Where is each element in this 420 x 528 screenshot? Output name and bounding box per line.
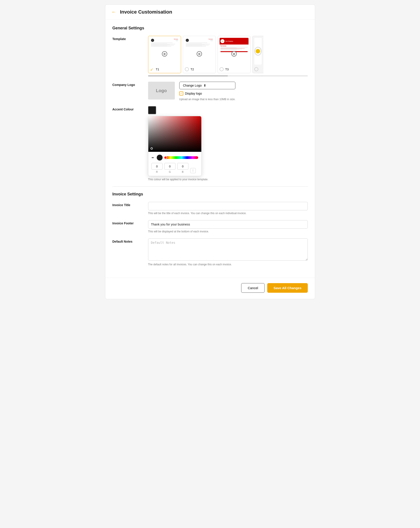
accent-colour-row: Accent Colour ✒ (112, 106, 308, 181)
default-notes-textarea[interactable] (148, 238, 308, 261)
color-cursor (150, 147, 153, 150)
eyedropper-icon[interactable]: ✒ (151, 156, 154, 160)
upload-hint: Upload an image that is less than 10MB i… (179, 98, 236, 101)
g-label: G (169, 170, 171, 173)
template-content: ✕ Tax Invoice (148, 36, 308, 76)
t3-label: T3 (225, 68, 229, 71)
main-content: General Settings Template ✕ (105, 20, 315, 277)
r-label: R (156, 170, 158, 173)
company-logo-row: Company Logo Logo Change Logo ⬆ ✓ Displa… (112, 82, 308, 101)
logo-preview-text: Logo (156, 88, 167, 93)
color-gradient-area[interactable] (148, 116, 201, 152)
rgb-inputs: R G B ⋮ (151, 163, 198, 173)
zoom-icon-t2[interactable]: ⊕ (197, 51, 202, 57)
invoice-title-content: This will be the title of each invoice. … (148, 202, 308, 215)
mode-dropdown[interactable]: ⋮ (190, 168, 196, 173)
invoice-title-input[interactable] (148, 202, 308, 210)
radio-t3 (220, 67, 223, 71)
default-notes-content: The default notes for all invoices. You … (148, 238, 308, 266)
mini-logo-t1: ✕ (151, 39, 154, 42)
template-scroll-thumb (148, 75, 228, 76)
template-card-t4[interactable] (252, 36, 263, 73)
general-settings-title: General Settings (112, 26, 308, 31)
template-cards-row: ✕ Tax Invoice (148, 36, 308, 73)
page-title: Invoice Customisation (120, 9, 172, 15)
template-label: Template (112, 36, 148, 41)
display-logo-checkbox[interactable]: ✓ (179, 92, 183, 96)
accent-color-swatch[interactable] (148, 106, 156, 114)
mini-logo-t2: ✕ (186, 39, 189, 42)
rgb-input-r[interactable] (151, 163, 162, 170)
accent-colour-content: ✒ R (148, 106, 308, 181)
cancel-button[interactable]: Cancel (241, 283, 265, 293)
rgb-input-g[interactable] (164, 163, 175, 170)
accent-colour-label: Accent Colour (112, 106, 148, 111)
hue-thumb (164, 156, 167, 159)
footer-actions: Cancel Save All Changes (105, 277, 315, 299)
accent-hint: This colour will be applied to your invo… (148, 178, 308, 181)
change-logo-label: Change Logo (183, 84, 202, 87)
template-radio-t4 (254, 66, 262, 71)
invoice-footer-row: Invoice Footer This will be displayed at… (112, 220, 308, 233)
template-radio-t1: ✓ T1 (150, 66, 179, 71)
template-preview-t2: ✕ Tax Invoice (185, 38, 214, 65)
display-logo-row: ✓ Display logo (179, 92, 236, 96)
hue-slider[interactable] (165, 156, 198, 159)
template-card-t3[interactable]: ✌ Your Company Tax Invoice (218, 36, 250, 73)
template-preview-t4 (254, 38, 262, 65)
template-card-t1[interactable]: ✕ Tax Invoice (148, 36, 181, 73)
save-button[interactable]: Save All Changes (267, 283, 308, 293)
section-divider (112, 186, 308, 187)
page-header: ← Invoice Customisation (105, 5, 315, 20)
display-logo-label: Display logo (185, 92, 202, 95)
t1-label: T1 (156, 68, 159, 71)
logo-row-content: Logo Change Logo ⬆ ✓ Display logo Upload… (148, 82, 308, 101)
template-preview-t3: ✌ Your Company Tax Invoice (220, 38, 248, 65)
upload-icon: ⬆ (204, 84, 206, 87)
invoice-footer-input[interactable] (148, 220, 308, 228)
invoice-settings-title: Invoice Settings (112, 192, 308, 197)
template-preview-t1: ✕ Tax Invoice (150, 38, 179, 65)
rgb-field-b: B (177, 163, 188, 173)
color-preview-circle (157, 155, 163, 161)
invoice-title-hint: This will be the title of each invoice. … (148, 212, 308, 215)
t2-label: T2 (191, 68, 194, 71)
invoice-footer-hint: This will be displayed at the bottom of … (148, 230, 308, 233)
logo-preview-box: Logo (148, 82, 175, 99)
invoice-footer-content: This will be displayed at the bottom of … (148, 220, 308, 233)
page-wrapper: ← Invoice Customisation General Settings… (105, 4, 315, 299)
back-button[interactable]: ← (111, 9, 116, 15)
default-notes-hint: The default notes for all invoices. You … (148, 263, 308, 266)
radio-t2 (185, 67, 189, 71)
b-label: B (182, 170, 184, 173)
template-scroll-track (148, 75, 308, 76)
radio-selected-t1: ✓ (150, 67, 154, 71)
rgb-field-r: R (151, 163, 162, 173)
template-row: Template ✕ Tax Invoi (112, 36, 308, 76)
company-logo-label: Company Logo (112, 82, 148, 87)
template-radio-t3: T3 (220, 66, 248, 71)
radio-t4 (254, 67, 258, 71)
color-picker-row1: ✒ (151, 155, 198, 161)
color-picker-popup: ✒ R (148, 116, 201, 176)
invoice-footer-label: Invoice Footer (112, 220, 148, 225)
template-card-t2[interactable]: ✕ Tax Invoice (183, 36, 216, 73)
logo-controls: Change Logo ⬆ ✓ Display logo Upload an i… (179, 82, 236, 101)
zoom-icon-t3[interactable]: ⊕ (231, 51, 237, 57)
template-radio-t2: T2 (185, 66, 214, 71)
zoom-icon-t1[interactable]: ⊕ (162, 51, 167, 57)
color-picker-controls: ✒ R (148, 152, 201, 176)
rgb-input-b[interactable] (177, 163, 188, 170)
default-notes-label: Default Notes (112, 238, 148, 243)
default-notes-row: Default Notes The default notes for all … (112, 238, 308, 266)
change-logo-button[interactable]: Change Logo ⬆ (179, 82, 236, 89)
invoice-title-row: Invoice Title This will be the title of … (112, 202, 308, 215)
invoice-title-label: Invoice Title (112, 202, 148, 207)
rgb-field-g: G (164, 163, 175, 173)
